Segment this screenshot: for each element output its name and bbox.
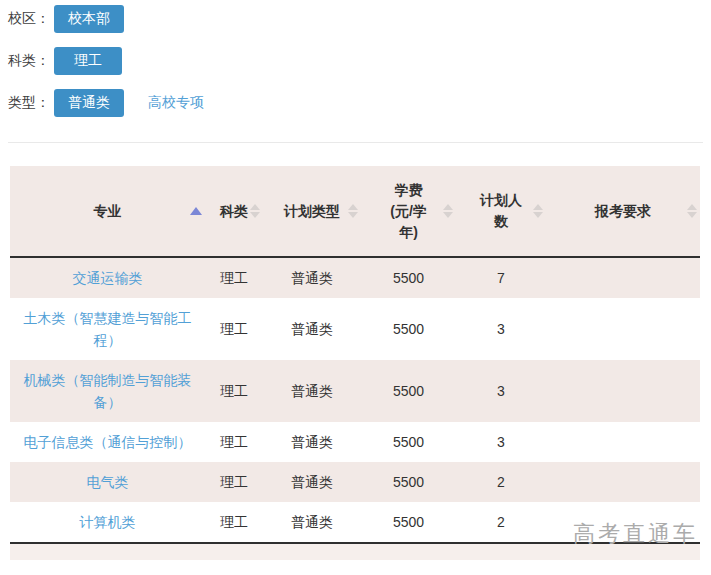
column-header-count[interactable]: 计划人 数 [456,166,546,256]
major-cell: 交通运输类 [10,258,205,298]
watermark: 高考直通车 [573,519,698,549]
column-header-subject[interactable]: 科类 [205,166,263,256]
subject-cell: 理工 [205,462,263,502]
major-cell: 计算机类 [10,502,205,542]
filter-row-campus: 校区： 校本部 [8,5,711,33]
requirement-cell [546,462,700,502]
sort-asc-icon [190,207,202,215]
sort-toggle-icon [533,204,543,218]
fee-cell: 5500 [361,462,456,502]
column-header-requirement-label: 报考要求 [595,201,651,222]
table-row: 电子信息类（通信与控制） 理工 普通类 5500 3 [10,422,700,462]
fee-cell: 5500 [361,422,456,462]
subject-option-science[interactable]: 理工 [54,47,122,75]
major-link[interactable]: 机械类（智能制造与智能装备） [22,369,193,413]
count-cell: 3 [456,422,546,462]
table-row: 土木类（智慧建造与智能工程） 理工 普通类 5500 3 [10,298,700,360]
count-cell: 7 [456,258,546,298]
column-header-plan-type[interactable]: 计划类型 [263,166,361,256]
table-header-row: 专业 科类 计划类型 学费 (元/学 年) 计划人 数 报考要求 [10,166,700,258]
plan-type-cell: 普通类 [263,462,361,502]
subject-cell: 理工 [205,258,263,298]
column-header-plan-type-label: 计划类型 [284,201,340,222]
type-label: 类型： [8,94,54,112]
plan-type-cell: 普通类 [263,309,361,349]
fee-cell: 5500 [361,258,456,298]
sort-toggle-icon [250,204,260,218]
type-option-special[interactable]: 高校专项 [134,89,218,117]
type-option-regular[interactable]: 普通类 [54,89,124,117]
filter-panel: 校区： 校本部 科类： 理工 类型： 普通类 高校专项 [0,0,711,117]
subject-cell: 理工 [205,422,263,462]
plan-type-cell: 普通类 [263,422,361,462]
major-link[interactable]: 土木类（智慧建造与智能工程） [22,307,193,351]
plan-type-cell: 普通类 [263,258,361,298]
sort-toggle-icon [348,204,358,218]
fee-cell: 5500 [361,371,456,411]
major-cell: 电子信息类（通信与控制） [10,422,205,462]
subject-cell: 理工 [205,309,263,349]
count-cell: 3 [456,371,546,411]
plan-type-cell: 普通类 [263,371,361,411]
subject-label: 科类： [8,52,54,70]
major-cell: 机械类（智能制造与智能装备） [10,360,205,422]
count-cell: 2 [456,462,546,502]
sort-toggle-icon [443,204,453,218]
count-cell: 3 [456,309,546,349]
sort-toggle-icon [687,204,697,218]
subject-cell: 理工 [205,502,263,542]
major-link[interactable]: 交通运输类 [73,267,143,289]
plan-type-cell: 普通类 [263,502,361,542]
column-header-major[interactable]: 专业 [10,166,205,256]
filter-row-subject: 科类： 理工 [8,47,711,75]
column-header-subject-label: 科类 [220,201,248,222]
page: 校区： 校本部 科类： 理工 类型： 普通类 高校专项 专业 科类 计划类型 [0,0,711,575]
fee-cell: 5500 [361,309,456,349]
major-cell: 土木类（智慧建造与智能工程） [10,298,205,360]
requirement-cell [546,371,700,411]
requirement-cell [546,422,700,462]
section-divider [8,142,703,143]
table-row: 机械类（智能制造与智能装备） 理工 普通类 5500 3 [10,360,700,422]
table-row: 电气类 理工 普通类 5500 2 [10,462,700,502]
major-link[interactable]: 电子信息类（通信与控制） [24,431,192,453]
requirement-cell [546,309,700,349]
column-header-fee[interactable]: 学费 (元/学 年) [361,166,456,256]
major-link[interactable]: 计算机类 [80,511,136,533]
column-header-fee-label: 学费 (元/学 年) [390,180,427,243]
campus-option-main[interactable]: 校本部 [54,5,124,33]
requirement-cell [546,258,700,298]
plan-table: 专业 科类 计划类型 学费 (元/学 年) 计划人 数 报考要求 [10,166,700,560]
table-row: 交通运输类 理工 普通类 5500 7 [10,258,700,298]
column-header-major-label: 专业 [94,201,122,222]
column-header-requirement[interactable]: 报考要求 [546,166,700,256]
filter-row-type: 类型： 普通类 高校专项 [8,89,711,117]
major-link[interactable]: 电气类 [87,471,129,493]
column-header-count-label: 计划人 数 [480,190,522,232]
subject-cell: 理工 [205,371,263,411]
campus-label: 校区： [8,10,54,28]
major-cell: 电气类 [10,462,205,502]
fee-cell: 5500 [361,502,456,542]
count-cell: 2 [456,502,546,542]
